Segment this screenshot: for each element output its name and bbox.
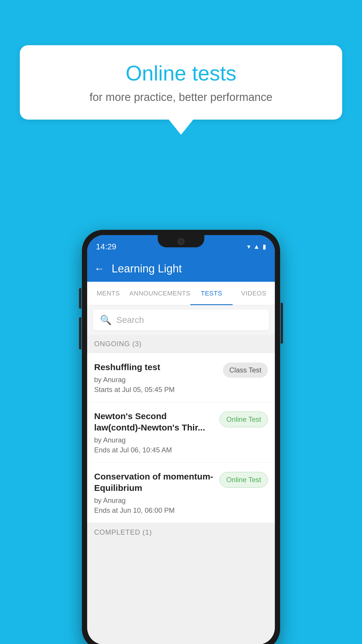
wifi-icon: ▾: [247, 243, 250, 251]
side-button-volume-down: [79, 317, 81, 349]
side-button-power: [281, 303, 283, 344]
speech-bubble: Online tests for more practice, better p…: [20, 45, 342, 120]
speech-bubble-container: Online tests for more practice, better p…: [20, 45, 342, 135]
test-date: Ends at Jun 10, 06:00 PM: [94, 506, 215, 514]
test-name: Newton's Second law(contd)-Newton's Thir…: [94, 410, 215, 433]
test-item[interactable]: Reshuffling test by Anurag Starts at Jul…: [87, 353, 275, 402]
speech-bubble-subtitle: for more practice, better performance: [37, 91, 325, 104]
test-author: by Anurag: [94, 436, 215, 444]
tabs-container: MENTS ANNOUNCEMENTS TESTS VIDEOS: [87, 282, 275, 305]
test-date: Ends at Jul 06, 10:45 AM: [94, 446, 215, 454]
test-item[interactable]: Conservation of momentum-Equilibrium by …: [87, 463, 275, 523]
test-author: by Anurag: [94, 376, 218, 384]
test-info: Conservation of momentum-Equilibrium by …: [94, 471, 215, 514]
tab-tests[interactable]: TESTS: [190, 282, 233, 305]
completed-section-header: COMPLETED (1): [87, 523, 275, 542]
search-icon: 🔍: [100, 314, 112, 326]
side-button-volume-up: [79, 288, 81, 309]
phone-screen: 14:29 ▾ ▲ ▮ ← Learning Light MENTS ANNOU…: [87, 235, 275, 644]
phone-frame: 14:29 ▾ ▲ ▮ ← Learning Light MENTS ANNOU…: [82, 230, 280, 644]
test-badge: Class Test: [223, 363, 268, 378]
speech-bubble-pointer: [169, 120, 193, 135]
test-badge: Online Test: [219, 472, 268, 488]
tab-ments[interactable]: MENTS: [87, 282, 129, 305]
speech-bubble-title: Online tests: [37, 61, 325, 85]
test-name: Reshuffling test: [94, 361, 218, 373]
test-name: Conservation of momentum-Equilibrium: [94, 471, 215, 494]
status-time: 14:29: [96, 242, 116, 251]
test-badge: Online Test: [219, 412, 268, 427]
search-bar[interactable]: 🔍 Search: [93, 309, 269, 330]
test-date: Starts at Jul 05, 05:45 PM: [94, 386, 218, 394]
phone-notch: [158, 235, 204, 247]
back-button[interactable]: ←: [94, 262, 105, 275]
test-info: Newton's Second law(contd)-Newton's Thir…: [94, 410, 215, 454]
test-author: by Anurag: [94, 496, 215, 505]
search-input[interactable]: Search: [116, 315, 144, 325]
app-bar-title: Learning Light: [112, 262, 182, 275]
app-bar: ← Learning Light: [87, 256, 275, 282]
tab-videos[interactable]: VIDEOS: [233, 282, 275, 305]
tab-announcements[interactable]: ANNOUNCEMENTS: [129, 282, 190, 305]
ongoing-section-header: ONGOING (3): [87, 335, 275, 353]
phone-camera: [178, 238, 184, 245]
status-icons: ▾ ▲ ▮: [247, 243, 266, 251]
battery-icon: ▮: [263, 243, 266, 251]
test-item[interactable]: Newton's Second law(contd)-Newton's Thir…: [87, 402, 275, 463]
tests-list: Reshuffling test by Anurag Starts at Jul…: [87, 353, 275, 523]
signal-icon: ▲: [253, 243, 260, 251]
search-container: 🔍 Search: [87, 305, 275, 335]
test-info: Reshuffling test by Anurag Starts at Jul…: [94, 361, 218, 394]
